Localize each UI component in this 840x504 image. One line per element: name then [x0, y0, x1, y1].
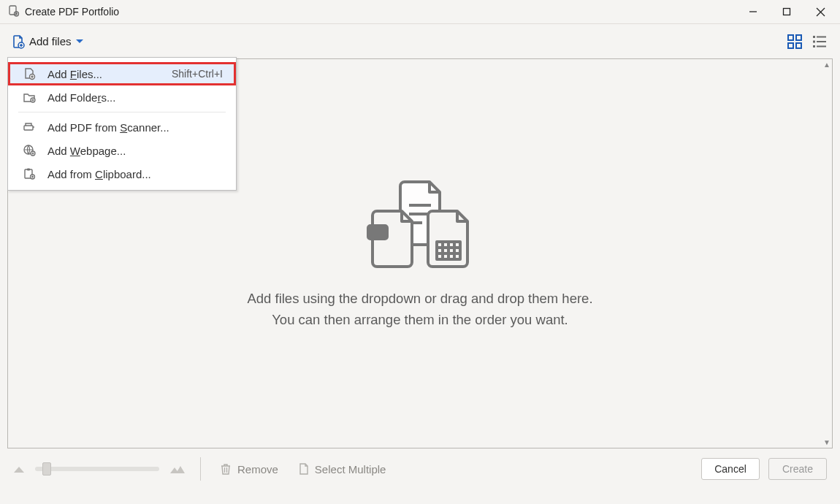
menu-item-add-files[interactable]: Add Files... Shift+Ctrl+I: [8, 62, 236, 85]
svg-rect-29: [24, 126, 33, 130]
svg-rect-12: [817, 36, 826, 37]
svg-rect-0: [9, 6, 16, 15]
svg-rect-8: [796, 35, 801, 40]
svg-rect-7: [788, 35, 793, 40]
svg-rect-33: [27, 169, 30, 171]
add-files-dropdown-button[interactable]: Add files: [7, 31, 88, 52]
select-multiple-label: Select Multiple: [315, 463, 386, 476]
svg-rect-3: [784, 9, 790, 15]
menu-label: Add Files...: [47, 68, 161, 80]
menu-item-add-clipboard[interactable]: Add from Clipboard...: [8, 162, 236, 186]
window-title: Create PDF Portfolio: [25, 6, 736, 18]
menu-label: Add PDF from Scanner...: [47, 121, 223, 134]
footer: Remove Select Multiple Cancel Create: [0, 448, 840, 489]
menu-label: Add Folders...: [47, 91, 223, 104]
globe-icon: [21, 144, 37, 157]
svg-rect-15: [813, 45, 815, 47]
zoom-in-icon[interactable]: [169, 464, 186, 474]
menu-item-add-webpage[interactable]: Add Webpage...: [8, 139, 236, 162]
zoom-slider[interactable]: [35, 467, 159, 471]
maximize-button[interactable]: [770, 0, 803, 23]
scroll-up-icon[interactable]: ▲: [823, 61, 831, 69]
cancel-button[interactable]: Cancel: [701, 458, 760, 480]
placeholder-line1: Add files using the dropdown or drag and…: [247, 289, 592, 310]
scroll-down-icon[interactable]: ▼: [823, 438, 831, 446]
scanner-icon: [21, 121, 37, 133]
zoom-handle[interactable]: [42, 462, 51, 476]
select-multiple-icon: [297, 462, 309, 476]
close-button[interactable]: [803, 0, 837, 23]
svg-rect-14: [817, 41, 826, 42]
create-button[interactable]: Create: [768, 458, 827, 480]
clipboard-icon: [21, 167, 37, 180]
folder-plus-icon: [21, 91, 37, 103]
svg-rect-16: [817, 45, 826, 47]
toolbar: Add files: [0, 23, 840, 58]
placeholder-line2: You can then arrange them in the order y…: [247, 310, 592, 331]
menu-item-add-scanner[interactable]: Add PDF from Scanner...: [8, 115, 236, 139]
app-icon: [7, 5, 20, 18]
divider: [200, 457, 201, 481]
svg-rect-13: [813, 40, 815, 42]
menu-item-add-folders[interactable]: Add Folders...: [8, 85, 236, 109]
list-view-button[interactable]: [812, 34, 827, 49]
menu-label: Add from Clipboard...: [47, 168, 223, 180]
add-files-label: Add files: [29, 35, 72, 47]
chevron-down-icon: [76, 39, 83, 44]
svg-rect-20: [368, 226, 387, 239]
placeholder-illustration: [358, 176, 482, 271]
titlebar: Create PDF Portfolio: [0, 0, 840, 23]
remove-label: Remove: [237, 463, 278, 476]
svg-rect-9: [788, 43, 793, 48]
trash-icon: [220, 462, 232, 476]
zoom-out-icon[interactable]: [13, 465, 25, 473]
svg-rect-11: [813, 36, 815, 38]
minimize-button[interactable]: [736, 0, 770, 23]
svg-rect-10: [796, 43, 801, 48]
add-files-menu: Add Files... Shift+Ctrl+I Add Folders...…: [7, 57, 237, 191]
placeholder-text: Add files using the dropdown or drag and…: [247, 289, 592, 330]
file-plus-icon: [21, 67, 37, 80]
add-file-icon: [12, 34, 25, 49]
select-multiple-button[interactable]: Select Multiple: [293, 459, 391, 478]
menu-shortcut: Shift+Ctrl+I: [172, 68, 223, 80]
remove-button[interactable]: Remove: [215, 459, 283, 478]
menu-separator: [18, 112, 226, 112]
menu-label: Add Webpage...: [47, 145, 223, 157]
grid-view-button[interactable]: [787, 34, 802, 49]
